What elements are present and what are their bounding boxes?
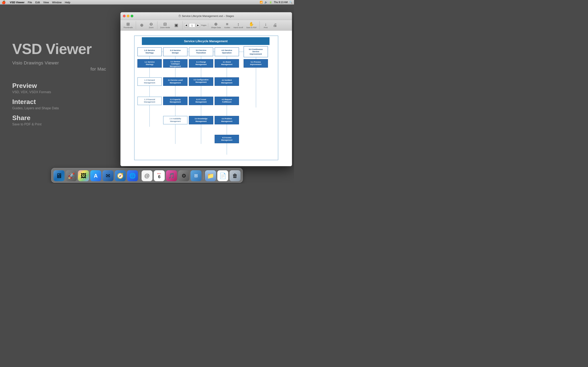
dock-appstore[interactable]: A — [90, 170, 101, 181]
menubar: 🍎 VSD Viewer File Edit View Window Help … — [0, 0, 294, 4]
systemprefs-icon: ⚙ — [182, 173, 186, 179]
feature-preview-title: Preview — [12, 82, 106, 90]
guides-icon: ↕ — [237, 22, 239, 26]
dock-calendar[interactable]: DEC 6 — [154, 170, 165, 181]
calendar-date: 6 — [158, 175, 160, 179]
feature-interact-title: Interact — [12, 98, 106, 106]
menubar-file[interactable]: File — [26, 1, 34, 4]
svg-text:Operation: Operation — [222, 52, 232, 54]
dock-addressbook[interactable]: @ — [141, 170, 153, 181]
menubar-view[interactable]: View — [42, 1, 51, 4]
dock-rocket[interactable]: 🚀 — [66, 170, 77, 181]
finder-icon: 🖥 — [56, 172, 62, 180]
toolbar-group-thumbnails: ⊞ Thumbnails — [122, 21, 136, 29]
dock-photos[interactable]: 🖼 — [78, 170, 89, 181]
svg-text:Service: Service — [252, 50, 259, 53]
window-titlebar: 🗒 Service Lifecycle Management.vsd – Sta… — [121, 12, 292, 20]
menubar-edit[interactable]: Edit — [34, 1, 42, 4]
menubar-time: Thu 9:13 AM — [274, 1, 288, 4]
left-panel: VSD Viewer Visio Drawings Viewer for Mac… — [0, 4, 118, 167]
svg-text:Management: Management — [170, 65, 181, 67]
toolbar-thumbnails-button[interactable]: ⊞ Thumbnails — [122, 21, 134, 29]
svg-text:3.3 IT Asset: 3.3 IT Asset — [196, 99, 206, 100]
shape-data-icon: ≡ — [226, 22, 228, 26]
svg-text:Improvement: Improvement — [250, 63, 261, 66]
toolbar-layers-button[interactable]: ⊕ Shape Data — [210, 21, 222, 29]
zoom-mode-label: Zoom Mode — [160, 26, 170, 29]
svg-text:Management: Management — [196, 101, 207, 103]
dock-safari[interactable]: 🧭 — [115, 170, 126, 181]
zoom-label: Zoom — [149, 26, 154, 29]
svg-text:Management: Management — [170, 101, 181, 103]
window-close-button[interactable] — [123, 15, 126, 17]
menubar-wifi-icon[interactable]: 📶 — [260, 1, 263, 4]
toolbar-guides-button[interactable]: ↕ Hand Scroll — [232, 21, 244, 29]
feature-interact: Interact Guides, Layers and Shape Data — [12, 98, 106, 110]
menubar-help[interactable]: Help — [63, 1, 72, 4]
page-next-button[interactable]: ▶ — [196, 23, 200, 27]
svg-text:Catalogue: Catalogue — [171, 63, 180, 65]
zoom-in-icon: ⊕ — [140, 23, 144, 27]
toolbar-save-pdf-button[interactable]: ↓ Print — [261, 21, 270, 29]
toolbar-print-button[interactable]: 🖨 — [271, 22, 279, 28]
layers-label: Shape Data — [211, 26, 221, 29]
page-prev-button[interactable]: ◀ — [184, 23, 188, 27]
svg-text:Service Lifecycle Management: Service Lifecycle Management — [184, 40, 227, 43]
menubar-volume-icon[interactable]: 🔊 — [264, 1, 268, 4]
window-content[interactable]: Service Lifecycle Management 1.0 Service… — [121, 31, 292, 166]
svg-text:Management: Management — [144, 82, 155, 84]
svg-text:4.1 Event: 4.1 Event — [223, 61, 231, 63]
window-controls — [123, 15, 133, 17]
save-pdf-label: Print — [264, 26, 268, 29]
dock-itunes[interactable]: 🎵 — [166, 170, 177, 181]
dock-finder[interactable]: 🖥 — [53, 170, 65, 181]
dock-globe[interactable]: 🌐 — [127, 170, 138, 181]
window-maximize-button[interactable] — [131, 15, 133, 17]
svg-text:2.1 Service: 2.1 Service — [171, 60, 180, 63]
toolbar-group-export: ↓ Print 🖨 — [261, 21, 281, 29]
toolbar-group-tools: ⊕ Shape Data ≡ Guides ↕ Hand Scroll ✋ Sa… — [210, 21, 260, 29]
svg-text:3.2 Configuration: 3.2 Configuration — [194, 79, 208, 81]
feature-share-title: Share — [12, 114, 106, 122]
toolbar-zoom-mode-button[interactable]: ⊟ Zoom Mode — [159, 21, 171, 29]
dock-document[interactable]: 📄 — [217, 170, 228, 181]
window-minimize-button[interactable] — [127, 15, 130, 17]
svg-text:1.3 Financial: 1.3 Financial — [144, 98, 155, 100]
svg-text:Fulfillment: Fulfillment — [222, 101, 231, 103]
itunes-icon: 🎵 — [168, 173, 175, 179]
toolbar-zoom-in-button[interactable]: ⊕ — [138, 22, 146, 28]
addressbook-icon: @ — [144, 173, 150, 179]
dock-mail[interactable]: ✉ — [103, 170, 113, 181]
dock-separator-1 — [140, 171, 140, 179]
svg-text:Management: Management — [196, 81, 207, 83]
dock: 🖥 🚀 🖼 A ✉ 🧭 🌐 @ DEC 6 🎵 ⚙ ⊞ 📁 📄 🗑 — [51, 168, 243, 183]
trash-icon: 🗑 — [232, 173, 238, 179]
svg-text:Management: Management — [196, 120, 207, 122]
rocket-icon: 🚀 — [68, 173, 75, 179]
menubar-battery-icon[interactable]: 🔋 — [269, 1, 272, 4]
menubar-app-name[interactable]: VSD Viewer — [8, 1, 26, 4]
toolbar-shape-data-button[interactable]: ≡ Guides — [223, 21, 232, 29]
toolbar-zoom-out-button[interactable]: ⊖ Zoom — [147, 21, 156, 29]
feature-share: Share Save to PDF & Print — [12, 114, 106, 126]
dock-launchpad[interactable]: ⊞ — [190, 170, 201, 181]
app-subtitle1: Visio Drawings Viewer — [12, 60, 106, 66]
toolbar-hand-scroll-button[interactable]: ✋ Save to PDF — [245, 21, 258, 29]
svg-text:3.0 Service: 3.0 Service — [196, 49, 207, 51]
svg-text:Management: Management — [170, 82, 181, 84]
dock-systemprefs[interactable]: ⚙ — [178, 170, 189, 181]
globe-icon: 🌐 — [129, 173, 136, 179]
zoom-out-icon: ⊖ — [149, 22, 153, 26]
dock-folder[interactable]: 📁 — [205, 170, 216, 181]
document-icon: 📄 — [219, 173, 226, 179]
page-number-display[interactable]: 1 — [189, 23, 195, 27]
toolbar-fit-button[interactable]: ▣ — [172, 22, 181, 28]
app-subtitle2: for Mac — [12, 67, 106, 72]
dock-trash[interactable]: 🗑 — [229, 170, 241, 181]
apple-menu[interactable]: 🍎 — [2, 0, 6, 4]
menubar-search-icon[interactable]: 🔍 — [289, 1, 292, 4]
svg-text:Improvement: Improvement — [250, 53, 262, 55]
appstore-icon: A — [94, 173, 98, 179]
layers-icon: ⊕ — [214, 22, 218, 26]
menubar-window[interactable]: Window — [51, 1, 63, 4]
